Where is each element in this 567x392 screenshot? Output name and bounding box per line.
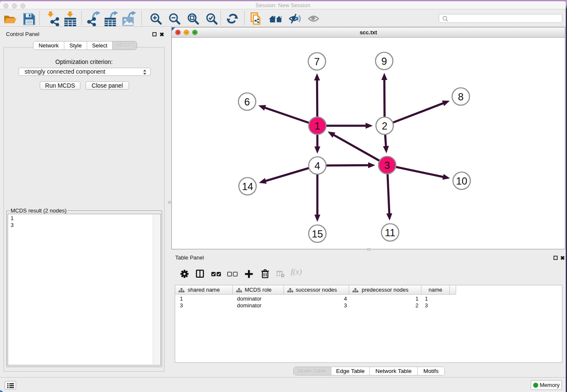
svg-text:15: 15: [312, 228, 323, 240]
svg-text:8: 8: [458, 91, 463, 102]
svg-text:10: 10: [456, 175, 468, 187]
svg-text:3: 3: [384, 160, 390, 171]
svg-text:4: 4: [314, 160, 320, 171]
svg-text:14: 14: [242, 181, 253, 192]
svg-text:9: 9: [381, 55, 387, 67]
svg-text:2: 2: [382, 120, 387, 132]
svg-text:6: 6: [244, 96, 250, 108]
svg-text:11: 11: [385, 227, 396, 238]
svg-text:7: 7: [314, 56, 319, 67]
svg-text:1: 1: [314, 120, 320, 132]
